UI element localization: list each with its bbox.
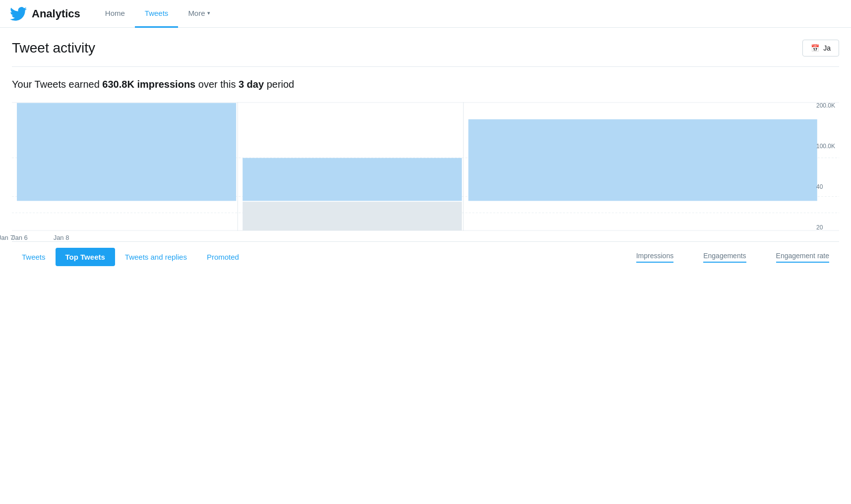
date-picker-button[interactable]: 📅 Ja xyxy=(802,40,839,56)
impressions-summary: Your Tweets earned 630.8K impressions ov… xyxy=(12,79,839,90)
page-content: Tweet activity 📅 Ja Your Tweets earned 6… xyxy=(0,28,851,266)
summary-suffix: period xyxy=(264,79,294,90)
col-header-engagements: Engagements xyxy=(703,252,746,263)
more-label: More xyxy=(188,9,205,17)
header-divider xyxy=(12,66,839,67)
impressions-chart xyxy=(12,102,839,231)
summary-middle: over this xyxy=(195,79,239,90)
nav-link-more[interactable]: More ▾ xyxy=(178,0,220,28)
bar-jan8-main xyxy=(468,119,817,201)
summary-prefix: Your Tweets earned xyxy=(12,79,102,90)
nav-link-tweets[interactable]: Tweets xyxy=(135,0,179,28)
bar-jan7-sub xyxy=(243,202,462,230)
chart-wrapper: 200.0K 100.0K 40 20 Jan 6 Jan 7 Jan 8 xyxy=(12,102,839,241)
nav-links: Home Tweets More ▾ xyxy=(95,0,220,27)
tabs-row: Tweets Top Tweets Tweets and replies Pro… xyxy=(12,242,839,266)
nav-link-home[interactable]: Home xyxy=(95,0,135,28)
col-headers: Impressions Engagements Engagement rate xyxy=(636,252,839,263)
nav-bar: Analytics Home Tweets More ▾ xyxy=(0,0,851,28)
bar-jan7-main xyxy=(243,158,462,201)
page-title: Tweet activity xyxy=(12,40,95,56)
col-header-impressions: Impressions xyxy=(636,252,673,263)
tab-tweets[interactable]: Tweets xyxy=(12,248,56,266)
x-label-jan6: Jan 6 xyxy=(12,234,28,241)
tab-promoted[interactable]: Promoted xyxy=(197,248,249,266)
nav-title: Analytics xyxy=(32,7,80,20)
date-label: Ja xyxy=(823,44,831,52)
x-axis-labels: Jan 6 Jan 7 Jan 8 xyxy=(12,231,839,241)
calendar-icon: 📅 xyxy=(811,44,819,52)
twitter-logo-icon xyxy=(10,5,27,22)
impressions-value: 630.8K impressions xyxy=(102,79,195,90)
x-label-jan8: Jan 8 xyxy=(54,234,69,241)
tab-tweets-replies[interactable]: Tweets and replies xyxy=(115,248,197,266)
x-label-jan7: Jan 7 xyxy=(0,234,14,241)
tab-top-tweets[interactable]: Top Tweets xyxy=(56,248,115,266)
chevron-down-icon: ▾ xyxy=(207,10,210,16)
bottom-section: Tweets Top Tweets Tweets and replies Pro… xyxy=(12,241,839,266)
bar-jan6-main xyxy=(17,103,236,201)
col-header-engagement-rate: Engagement rate xyxy=(776,252,829,263)
activity-header: Tweet activity 📅 Ja xyxy=(12,40,839,56)
period-value: 3 day xyxy=(239,79,264,90)
